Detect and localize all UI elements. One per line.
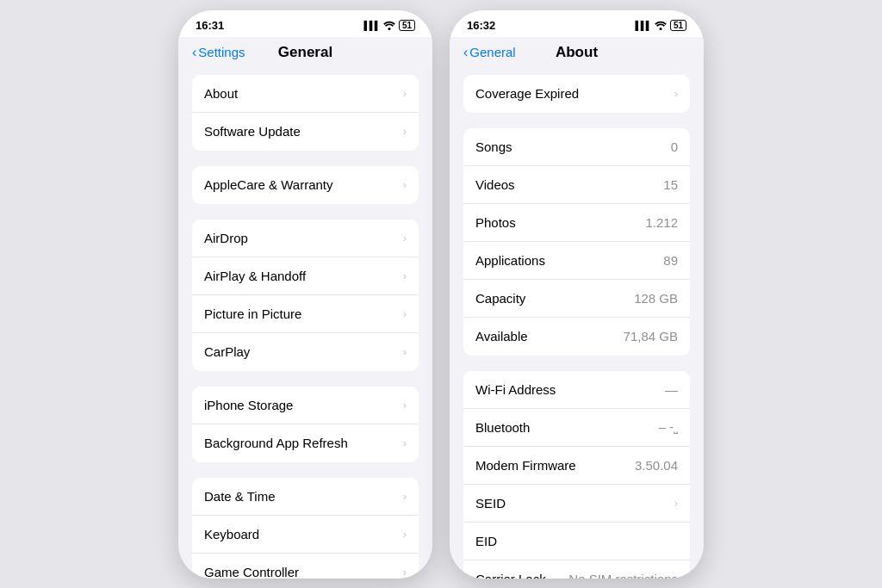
list-item[interactable]: Software Update › <box>192 113 419 151</box>
item-value: — <box>665 382 678 397</box>
list-item: Available 71,84 GB <box>463 318 690 356</box>
back-label-left[interactable]: Settings <box>198 45 245 59</box>
item-label: Carrier Lock <box>475 572 546 579</box>
item-label: Wi-Fi Address <box>475 382 556 397</box>
item-label: Picture in Picture <box>204 306 301 321</box>
item-right: › <box>674 497 678 510</box>
wifi-icon-left <box>383 21 395 30</box>
phones-container: 16:31 ▌▌▌ 51 ‹ Settings General <box>170 2 712 587</box>
list-item[interactable]: iPhone Storage › <box>192 387 419 424</box>
item-value: 3.50.04 <box>635 458 678 473</box>
item-value: No SIM restrictions <box>568 572 678 579</box>
list-item: Videos 15 <box>463 166 690 204</box>
list-item[interactable]: AirPlay & Handoff › <box>192 257 419 295</box>
list-item[interactable]: Date & Time › <box>192 478 419 516</box>
item-right: › <box>674 87 678 100</box>
item-label: AppleCare & Warranty <box>204 177 333 192</box>
list-item[interactable]: Background App Refresh › <box>192 424 419 462</box>
scroll-left: About › Software Update › AppleCare & Wa… <box>178 66 432 579</box>
item-value: 15 <box>663 177 678 192</box>
list-item[interactable]: SEID › <box>463 485 690 523</box>
list-item: Capacity 128 GB <box>463 280 690 318</box>
item-label: Bluetooth <box>475 420 530 435</box>
section-group5: Date & Time › Keyboard › Game Controller… <box>192 478 419 579</box>
item-label: Keyboard <box>204 527 259 542</box>
back-label-right[interactable]: General <box>469 45 515 59</box>
back-chevron-right: ‹ <box>463 45 468 60</box>
chevron-right-icon: › <box>403 87 407 100</box>
nav-bar-right: ‹ General About <box>450 37 704 66</box>
item-label: Software Update <box>204 124 301 139</box>
list-item[interactable]: AirDrop › <box>192 220 419 257</box>
status-bar-left: 16:31 ▌▌▌ 51 <box>178 10 432 37</box>
section-stats: Songs 0 Videos 15 Photos 1.212 Applicati… <box>463 128 690 356</box>
item-label: AirDrop <box>204 231 248 245</box>
list-item: EID <box>463 523 690 560</box>
list-item[interactable]: Game Controller › <box>192 554 419 579</box>
item-right: › <box>403 399 407 412</box>
item-right: › <box>403 436 407 449</box>
chevron-right-icon: › <box>403 528 407 541</box>
item-label: Capacity <box>475 291 525 306</box>
nav-bar-left: ‹ Settings General <box>178 37 432 66</box>
list-item[interactable]: Keyboard › <box>192 516 419 554</box>
status-bar-right: 16:32 ▌▌▌ 51 <box>450 10 704 37</box>
time-left: 16:31 <box>196 19 224 32</box>
item-label: Songs <box>475 139 512 154</box>
svg-point-1 <box>659 28 662 30</box>
status-icons-right: ▌▌▌ 51 <box>636 20 686 31</box>
list-item[interactable]: Picture in Picture › <box>192 295 419 333</box>
list-item[interactable]: About › <box>192 75 419 113</box>
chevron-right-icon: › <box>403 307 407 320</box>
item-value: – -˽ <box>658 419 678 435</box>
phone-left: 16:31 ▌▌▌ 51 ‹ Settings General <box>178 10 432 579</box>
item-label: Coverage Expired <box>475 86 579 101</box>
item-right: › <box>403 307 407 320</box>
item-right: › <box>403 178 407 191</box>
list-item: Photos 1.212 <box>463 204 690 242</box>
back-chevron-left: ‹ <box>192 45 196 60</box>
item-label: iPhone Storage <box>204 398 293 412</box>
nav-back-left[interactable]: ‹ Settings <box>192 45 245 60</box>
item-right: › <box>403 528 407 541</box>
list-item[interactable]: Coverage Expired › <box>463 75 690 113</box>
list-item[interactable]: CarPlay › <box>192 333 419 371</box>
item-right: › <box>403 232 407 244</box>
list-item: Modem Firmware 3.50.04 <box>463 447 690 485</box>
item-value: 0 <box>671 139 678 154</box>
item-label: Videos <box>475 177 515 192</box>
section-group1: About › Software Update › <box>192 75 419 151</box>
list-item: Bluetooth – -˽ <box>463 409 690 447</box>
chevron-right-icon: › <box>403 125 407 138</box>
time-right: 16:32 <box>467 19 495 32</box>
item-right: › <box>403 345 407 358</box>
section-group3: AirDrop › AirPlay & Handoff › Picture in… <box>192 220 419 371</box>
nav-title-left: General <box>278 44 332 61</box>
list-item: Songs 0 <box>463 128 690 166</box>
nav-title-right: About <box>556 44 598 61</box>
item-label: Photos <box>475 215 516 230</box>
chevron-right-icon: › <box>403 490 407 503</box>
item-right: › <box>403 87 407 100</box>
signal-icon-right: ▌▌▌ <box>636 21 651 30</box>
chevron-right-icon: › <box>403 269 407 282</box>
chevron-right-icon: › <box>403 345 407 358</box>
nav-back-right[interactable]: ‹ General <box>463 45 516 60</box>
item-value: 89 <box>663 253 678 268</box>
chevron-right-icon: › <box>403 178 407 191</box>
list-item: Carrier Lock No SIM restrictions <box>463 560 690 579</box>
scroll-right: Coverage Expired › Songs 0 Videos 15 Pho <box>450 66 704 579</box>
list-item[interactable]: AppleCare & Warranty › <box>192 166 419 204</box>
item-label: Modem Firmware <box>475 458 576 473</box>
section-network: Wi-Fi Address — Bluetooth – -˽ Modem Fir… <box>463 371 690 579</box>
item-label: CarPlay <box>204 344 250 359</box>
item-value: 71,84 GB <box>624 329 678 344</box>
battery-right: 51 <box>670 20 686 31</box>
battery-left: 51 <box>399 20 415 31</box>
chevron-right-icon: › <box>403 566 407 579</box>
wifi-icon-right <box>655 21 667 30</box>
chevron-right-icon: › <box>403 436 407 449</box>
phone-right: 16:32 ▌▌▌ 51 ‹ General About <box>450 10 704 579</box>
chevron-right-icon: › <box>674 497 678 510</box>
item-label: Date & Time <box>204 489 276 504</box>
